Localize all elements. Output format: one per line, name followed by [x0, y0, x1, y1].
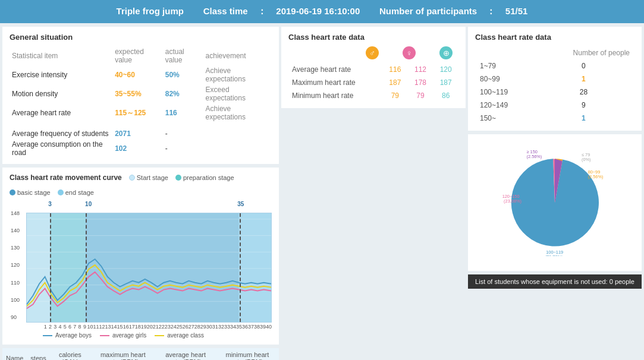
extra-row-2: Average consumption on the road 102 -: [10, 139, 272, 158]
legend-basic-label: basic stage: [17, 189, 51, 196]
count-1: 0: [533, 59, 634, 72]
legend-prep-label: preparation stage: [183, 174, 234, 181]
heart-rate-card-middle: Class heart rate data ♂ ♀ ⊕ Average hear…: [281, 27, 466, 108]
equipment-notice: List of students whose equipment is not …: [468, 274, 642, 289]
row-expected: 115～125: [112, 103, 163, 122]
x-label: 31: [212, 324, 218, 330]
col-actual: actual value: [163, 46, 203, 65]
col-calories: calories (CAL): [50, 348, 91, 360]
curve-header: Class heart rate movement curve Start st…: [10, 173, 272, 196]
table-header-row: Name steps calories (CAL) maximum heart …: [2, 348, 279, 360]
x-label: 29: [200, 324, 206, 330]
pie-label-ge150-pct: (2.56%): [527, 154, 542, 159]
x-label: 6: [67, 324, 72, 330]
class-time-label: Class time: [203, 6, 248, 16]
x-label: 1: [43, 324, 48, 330]
col-max-hr: maximum heart rate (BPM): [90, 348, 155, 360]
extra-value: 102: [112, 139, 163, 158]
legend-prep: preparation stage: [175, 174, 234, 181]
count-4: 9: [533, 99, 634, 112]
legend-end-label: end stage: [65, 189, 94, 196]
boys-legend-line: [43, 335, 52, 336]
table-row: Motion density 35~55% 82% Exceed expecta…: [10, 84, 272, 103]
extra-value: 2071: [112, 128, 163, 139]
range-2: 80~99: [475, 72, 533, 86]
general-situation-card: General situation Statistical item expec…: [2, 27, 279, 164]
count-2: 1: [533, 72, 634, 86]
chart-svg: [27, 213, 271, 322]
boys-legend-label: Average boys: [55, 332, 92, 339]
hr-data-row: 80~99 1: [475, 72, 634, 86]
x-label: 8: [77, 324, 82, 330]
x-label: 11: [93, 324, 99, 330]
x-label: 7: [73, 324, 77, 330]
x-label: 25: [177, 324, 183, 330]
heart-rate-title-middle: Class heart rate data: [288, 33, 458, 42]
pie-label-100-119-pct: (71.79%): [545, 254, 563, 256]
hr-avg-pink: 112: [408, 63, 433, 76]
chart-wrapper: 3 10 35: [26, 200, 272, 339]
x-label: 35: [236, 324, 242, 330]
x-label: 23: [165, 324, 171, 330]
girls-legend-line: [100, 335, 109, 336]
class-legend: average class: [155, 332, 204, 339]
hr-row: Maximum heart rate 187 178 187: [288, 76, 458, 89]
x-label: 12: [99, 324, 105, 330]
pie-label-120-150-pct: (23.08%): [504, 198, 522, 204]
right-panel: Class heart rate data Number of people 1…: [468, 27, 642, 360]
x-label: 32: [218, 324, 224, 330]
hr-row: Average heart rate 116 112 120: [288, 63, 458, 76]
equipment-notice-text: List of students whose equipment is not …: [475, 278, 634, 285]
class-legend-label: average class: [167, 332, 204, 339]
hr-min-pink: 79: [408, 89, 433, 102]
x-label: 10: [87, 324, 93, 330]
x-label: 18: [135, 324, 141, 330]
col-range-header: [475, 46, 533, 59]
x-label: 39: [260, 324, 266, 330]
x-label: 36: [242, 324, 248, 330]
general-situation-table: Statistical item expected value actual v…: [10, 46, 272, 158]
basic-stage-dot: [10, 190, 15, 195]
hr-data-header: Number of people: [475, 46, 634, 59]
pie-chart-svg: ≤ 79 (0%) 80~99 (2.56%) 100~119 (71.79%)…: [501, 149, 608, 256]
x-label: 3: [53, 324, 58, 330]
row-actual: 82%: [163, 84, 203, 103]
pie-label-80-99-pct: (2.56%): [588, 174, 604, 179]
start-stage-dot: [129, 175, 135, 181]
dashed-line-10: [86, 213, 87, 322]
range-4: 120~149: [475, 99, 533, 112]
hr-max-orange: 187: [382, 76, 408, 89]
legend-basic: basic stage: [10, 189, 51, 196]
x-label: 4: [58, 324, 62, 330]
row-achievement: Exceed expectations: [203, 84, 272, 103]
col-achievement: achievement: [203, 46, 272, 65]
hr-data-row: 150~ 1: [475, 112, 634, 125]
hr-icon-pink: ♀: [403, 46, 416, 59]
col-min-hr: minimum heart rate (BPM): [216, 348, 279, 360]
curve-panel: Class heart rate movement curve Start st…: [2, 168, 279, 345]
x-label: 38: [254, 324, 260, 330]
row-expected: 40~60: [112, 65, 163, 84]
stage-label-3: 3: [48, 201, 52, 207]
x-label: 28: [194, 324, 200, 330]
hr-icon-teal: ⊕: [439, 46, 453, 59]
pie-label-le79-pct: (0%): [582, 157, 591, 162]
x-axis-labels: 1 2 3 4 5 6 7 8 9 10 11 12 13 14 15 16 1: [43, 324, 272, 330]
x-label: 24: [171, 324, 177, 330]
student-table: Name steps calories (CAL) maximum heart …: [2, 348, 279, 360]
stage-labels: 3 10 35: [26, 200, 272, 210]
row-item: Average heart rate: [10, 103, 112, 122]
x-label: 15: [117, 324, 123, 330]
dashed-line-3: [50, 213, 51, 322]
middle-panel: Class heart rate data ♂ ♀ ⊕ Average hear…: [281, 27, 466, 360]
extra-note: -: [163, 139, 203, 158]
hr-avg-orange: 116: [382, 63, 408, 76]
x-label: 19: [141, 324, 147, 330]
class-time-value: 2019-06-19 16:10:00: [276, 6, 360, 16]
legend-end: end stage: [58, 189, 94, 196]
svg-rect-3: [239, 213, 271, 322]
hr-data-table: Number of people 1~79 0 80~99 1 100~119 …: [475, 46, 634, 125]
extra-row-1: Average frequency of students 2071 -: [10, 128, 272, 139]
y-axis-labels: 148 140 130 120 110 100 90: [11, 210, 20, 320]
x-label: 40: [266, 324, 272, 330]
